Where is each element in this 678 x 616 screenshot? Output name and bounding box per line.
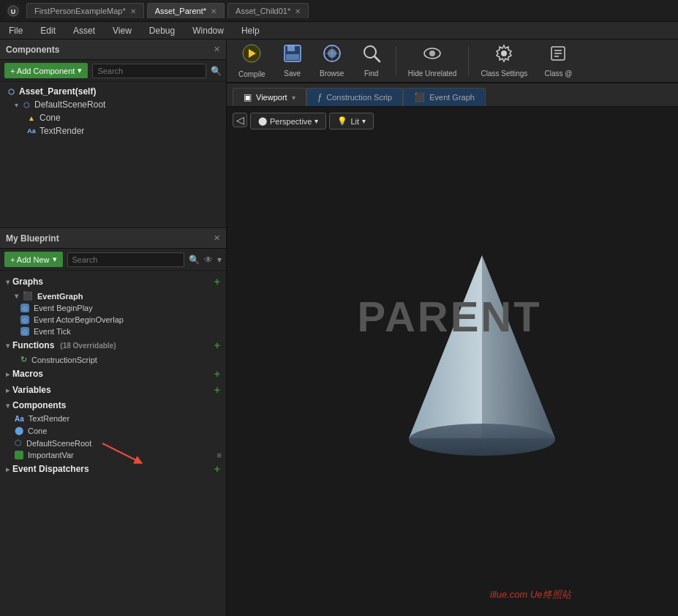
eventgraph-label: EventGraph <box>37 292 83 301</box>
viewport-tab-icon: ▣ <box>244 92 252 102</box>
browse-icon <box>323 44 342 67</box>
menu-debug[interactable]: Debug <box>146 24 178 37</box>
menu-window[interactable]: Window <box>189 24 227 37</box>
comp-cone-icon: ⬤ <box>15 426 23 435</box>
variables-add-icon[interactable]: + <box>214 384 220 396</box>
graphs-label: Graphs <box>12 277 43 287</box>
tab-firstperson[interactable]: FirstPersonExampleMap* ✕ <box>26 3 144 18</box>
compile-icon <box>241 43 262 68</box>
tree-item-textrender[interactable]: Aa TextRender <box>0 124 226 138</box>
toolbar-sep-2 <box>468 46 469 75</box>
components-panel-header: Components ✕ <box>0 40 226 60</box>
macros-section[interactable]: ▸ Macros + <box>0 366 226 382</box>
comp-cone-item[interactable]: ⬤ Cone <box>0 424 226 437</box>
event-tick-item[interactable]: ◇ Event Tick <box>0 326 226 337</box>
blueprint-panel-close[interactable]: ✕ <box>214 233 220 243</box>
comp-textrender-item[interactable]: Aa TextRender <box>0 413 226 424</box>
blueprint-search-icon[interactable]: 🔍 <box>189 255 200 265</box>
menu-edit[interactable]: Edit <box>37 24 59 37</box>
class-settings-label: Class Settings <box>481 70 527 78</box>
construction-script-icon: ↻ <box>20 355 27 364</box>
menu-help[interactable]: Help <box>238 24 263 37</box>
main-toolbar: Compile Save <box>227 40 678 83</box>
view-options-bar: ◁ ⬤ Perspective ▾ 💡 Lit ▾ <box>233 113 374 129</box>
menu-file[interactable]: File <box>6 24 26 37</box>
close-tab-firstperson[interactable]: ✕ <box>130 7 136 15</box>
variables-section[interactable]: ▸ Variables + <box>0 382 226 398</box>
compile-button[interactable]: Compile <box>233 40 271 81</box>
blueprint-panel: My Blueprint ✕ + Add New ▾ 🔍 👁 ▾ ▾ Graph… <box>0 228 226 616</box>
components-panel-close[interactable]: ✕ <box>214 45 220 54</box>
comp-importantvar-item[interactable]: ImportantVar ≡ <box>0 449 226 461</box>
graphs-add-icon[interactable]: + <box>214 276 220 288</box>
close-tab-asset-parent[interactable]: ✕ <box>211 7 216 15</box>
graphs-section[interactable]: ▾ Graphs + <box>0 274 226 290</box>
watermark: illue.com Ue终照站 <box>490 588 571 601</box>
viewport-tab-label: Viewport <box>256 93 287 102</box>
scene-object: PARENT <box>372 233 592 489</box>
lit-button[interactable]: 💡 Lit ▾ <box>329 113 374 129</box>
editor-tab-strip: ▣ Viewport ▾ ƒ Construction Scrip ⬛ Even… <box>227 83 678 107</box>
title-bar: U FirstPersonExampleMap* ✕ Asset_Parent*… <box>0 0 678 22</box>
tree-item-self[interactable]: ⬡ Asset_Parent(self) <box>0 85 226 98</box>
comp-defaultsceneroot-item[interactable]: ⬡ DefaultSceneRoot <box>0 437 226 449</box>
tree-item-defaultsceneroot[interactable]: ▾ ⬡ DefaultSceneRoot <box>0 98 226 111</box>
tab-asset-parent-label: Asset_Parent* <box>155 7 206 15</box>
event-dispatchers-label: Event Dispatchers <box>12 464 89 474</box>
defaultsceneroot-icon: ⬡ <box>21 99 31 110</box>
tab-asset-parent[interactable]: Asset_Parent* ✕ <box>147 3 225 18</box>
save-button[interactable]: Save <box>274 41 311 80</box>
lit-dropdown[interactable]: ▾ <box>362 117 366 125</box>
browse-button[interactable]: Browse <box>314 41 350 80</box>
class-defaults-button[interactable]: Class @ <box>536 41 580 80</box>
blueprint-settings-icon[interactable]: ▾ <box>217 255 222 265</box>
components-search-icon[interactable]: 🔍 <box>211 66 222 76</box>
class-defaults-icon <box>549 44 568 67</box>
view-toggle-btn[interactable]: ◁ <box>233 113 247 127</box>
perspective-icon: ⬤ <box>258 116 267 126</box>
functions-add-icon[interactable]: + <box>214 339 220 351</box>
blueprint-toolbar: + Add New ▾ 🔍 👁 ▾ <box>0 249 226 271</box>
event-actoroverlap-item[interactable]: ◇ Event ActorBeginOverlap <box>0 314 226 326</box>
event-dispatchers-add-icon[interactable]: + <box>214 463 220 475</box>
hide-unrelated-button[interactable]: Hide Unrelated <box>402 41 463 80</box>
event-beginplay-item[interactable]: ◇ Event BeginPlay <box>0 302 226 314</box>
tree-item-cone[interactable]: ▲ Cone <box>0 111 226 124</box>
beginplay-label: Event BeginPlay <box>34 304 93 312</box>
blueprint-eye-icon[interactable]: 👁 <box>204 255 213 265</box>
add-new-button[interactable]: + Add New ▾ <box>4 252 63 267</box>
eventgraph-item[interactable]: ▾ ⬛ EventGraph <box>0 290 226 302</box>
construction-script-item[interactable]: ↻ ConstructionScript <box>0 353 226 366</box>
add-new-label: + Add New <box>10 255 50 264</box>
add-component-label: + Add Component <box>10 67 75 75</box>
find-button[interactable]: Find <box>353 41 390 80</box>
tab-asset-child[interactable]: Asset_Child01* ✕ <box>227 3 309 18</box>
blueprint-search-input[interactable] <box>67 252 184 267</box>
tab-construction-scrip[interactable]: ƒ Construction Scrip <box>306 88 404 106</box>
add-component-button[interactable]: + Add Component ▾ <box>4 63 88 78</box>
add-component-dropdown-icon: ▾ <box>78 66 82 75</box>
components-section-bp[interactable]: ▾ Components <box>0 398 226 413</box>
compile-label: Compile <box>238 70 265 78</box>
tab-event-graph[interactable]: ⬛ Event Graph <box>403 88 486 106</box>
parent-text-label: PARENT <box>358 292 542 341</box>
viewport-area: ◁ ⬤ Perspective ▾ 💡 Lit ▾ PARENT <box>227 107 678 616</box>
macros-label: Macros <box>12 369 43 379</box>
tab-viewport[interactable]: ▣ Viewport ▾ <box>233 88 306 106</box>
class-settings-icon <box>494 44 513 67</box>
macros-add-icon[interactable]: + <box>214 368 220 380</box>
self-icon: ⬡ <box>6 86 16 97</box>
functions-section[interactable]: ▾ Functions (18 Overridable) + <box>0 337 226 353</box>
construction-script-label: ConstructionScript <box>31 356 97 364</box>
perspective-dropdown[interactable]: ▾ <box>314 117 318 125</box>
comp-importantvar-icon <box>15 451 23 459</box>
menu-view[interactable]: View <box>110 24 135 37</box>
class-settings-button[interactable]: Class Settings <box>475 41 533 80</box>
menu-asset[interactable]: Asset <box>70 24 98 37</box>
svg-point-15 <box>429 50 435 56</box>
perspective-button[interactable]: ⬤ Perspective ▾ <box>250 113 326 129</box>
components-search-input[interactable] <box>92 64 206 78</box>
viewport-tab-dropdown[interactable]: ▾ <box>292 94 295 102</box>
close-tab-asset-child[interactable]: ✕ <box>295 7 301 15</box>
construction-tab-icon: ƒ <box>317 92 323 102</box>
